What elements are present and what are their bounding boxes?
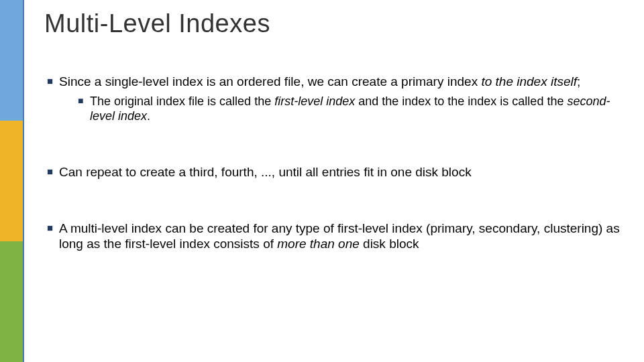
stripe-green (0, 241, 23, 362)
bullet-1a-post: . (147, 109, 150, 123)
bullet-1a-i1: first-level index (274, 95, 355, 108)
slide-content: ■ Since a single-level index is an order… (47, 74, 624, 267)
bullet-1a: ■ The original index file is called the … (78, 94, 624, 124)
slide-title: Multi-Level Indexes (44, 9, 270, 38)
side-stripe (0, 0, 23, 362)
stripe-yellow (0, 121, 23, 241)
bullet-1-text-ital: to the index itself (481, 74, 577, 88)
vertical-rule (23, 0, 24, 362)
bullet-1: ■ Since a single-level index is an order… (47, 74, 624, 124)
bullet-1-text-post: ; (577, 74, 580, 88)
bullet-1-text-pre: Since a single-level index is an ordered… (59, 74, 481, 88)
bullet-3: ■ A multi-level index can be created for… (47, 221, 624, 253)
bullet-icon: ■ (47, 166, 53, 178)
bullet-3-ital: more than one (277, 237, 360, 251)
bullet-icon: ■ (78, 95, 83, 107)
bullet-1a-mid: and the index to the index is called the (355, 95, 567, 108)
stripe-blue (0, 0, 23, 121)
bullet-1a-pre: The original index file is called the (90, 95, 274, 108)
bullet-3-post: disk block (360, 237, 419, 251)
bullet-icon: ■ (47, 222, 53, 235)
bullet-icon: ■ (47, 75, 53, 88)
bullet-2: ■ Can repeat to create a third, fourth, … (47, 164, 624, 180)
bullet-2-text: Can repeat to create a third, fourth, ..… (59, 165, 472, 179)
